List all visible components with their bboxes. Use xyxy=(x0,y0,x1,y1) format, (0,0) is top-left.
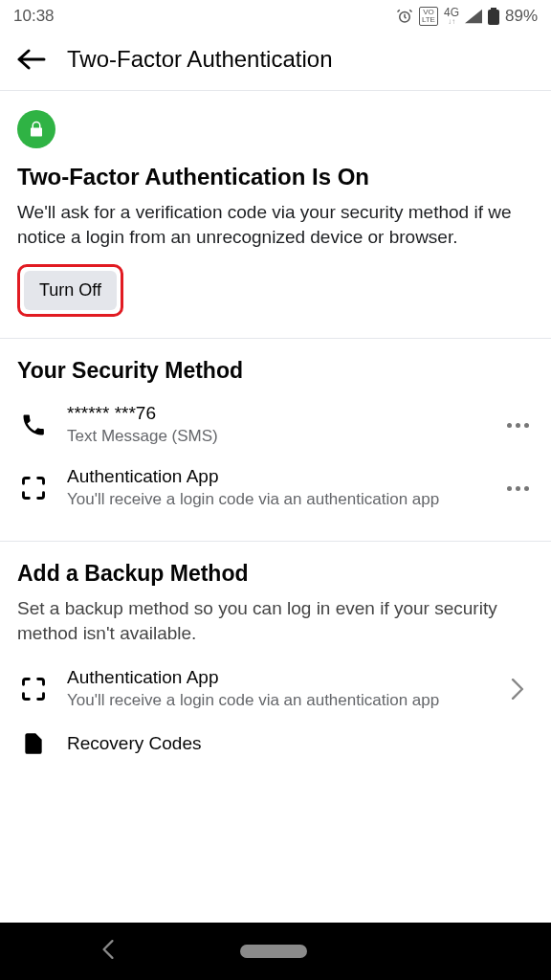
backup-row-app[interactable]: Authentication App You'll receive a logi… xyxy=(17,657,534,721)
chevron-right-icon xyxy=(511,679,524,700)
battery-percent: 89% xyxy=(505,7,538,26)
status-heading: Two-Factor Authentication Is On xyxy=(17,164,534,190)
lock-icon xyxy=(28,121,45,138)
document-icon xyxy=(21,730,46,757)
status-section: Two-Factor Authentication Is On We'll as… xyxy=(0,91,551,339)
method-row-app[interactable]: Authentication App You'll receive a logi… xyxy=(17,457,534,520)
status-body: We'll ask for a verification code via yo… xyxy=(17,200,534,249)
nav-back-button[interactable] xyxy=(100,940,116,963)
method-sms-subtitle: Text Message (SMS) xyxy=(67,426,484,447)
qr-scan-icon xyxy=(20,676,47,702)
battery-icon xyxy=(488,8,499,25)
method-app-more[interactable] xyxy=(501,486,534,491)
chevron-left-icon xyxy=(100,940,116,959)
security-method-section: Your Security Method ****** ***76 Text M… xyxy=(0,339,551,542)
security-heading: Your Security Method xyxy=(17,358,534,384)
method-sms-more[interactable] xyxy=(501,423,534,428)
backup-codes-title: Recovery Codes xyxy=(67,733,534,754)
status-time: 10:38 xyxy=(13,7,55,26)
system-nav-bar xyxy=(0,923,551,980)
method-sms-title: ****** ***76 xyxy=(67,403,484,424)
more-dots-icon xyxy=(507,486,529,491)
phone-icon xyxy=(20,412,47,438)
page-title: Two-Factor Authentication xyxy=(67,46,332,73)
nav-home-pill[interactable] xyxy=(240,945,307,958)
method-app-subtitle: You'll receive a login code via an authe… xyxy=(67,489,484,510)
network-4g-icon: 4G↓↑ xyxy=(444,8,459,25)
backup-app-subtitle: You'll receive a login code via an authe… xyxy=(67,690,484,711)
turn-off-button[interactable]: Turn Off xyxy=(24,271,117,310)
backup-app-title: Authentication App xyxy=(67,667,484,688)
turn-off-highlight: Turn Off xyxy=(17,264,123,317)
signal-icon xyxy=(465,9,482,24)
method-row-sms[interactable]: ****** ***76 Text Message (SMS) xyxy=(17,393,534,457)
volte-icon: VOLTE xyxy=(419,7,438,26)
more-dots-icon xyxy=(507,423,529,428)
svg-rect-2 xyxy=(488,10,499,25)
backup-heading: Add a Backup Method xyxy=(17,561,534,587)
backup-row-codes[interactable]: Recovery Codes xyxy=(17,721,534,757)
back-arrow-icon[interactable] xyxy=(17,49,46,70)
backup-body: Set a backup method so you can log in ev… xyxy=(17,596,534,645)
svg-rect-1 xyxy=(491,8,496,10)
qr-scan-icon xyxy=(20,475,47,501)
backup-section: Add a Backup Method Set a backup method … xyxy=(0,542,551,777)
backup-app-chevron[interactable] xyxy=(501,679,534,700)
alarm-icon xyxy=(396,8,413,25)
lock-badge xyxy=(17,110,55,148)
method-app-title: Authentication App xyxy=(67,466,484,487)
status-right: VOLTE 4G↓↑ 89% xyxy=(396,7,538,26)
status-bar: 10:38 VOLTE 4G↓↑ 89% xyxy=(0,0,551,33)
app-header: Two-Factor Authentication xyxy=(0,33,551,91)
